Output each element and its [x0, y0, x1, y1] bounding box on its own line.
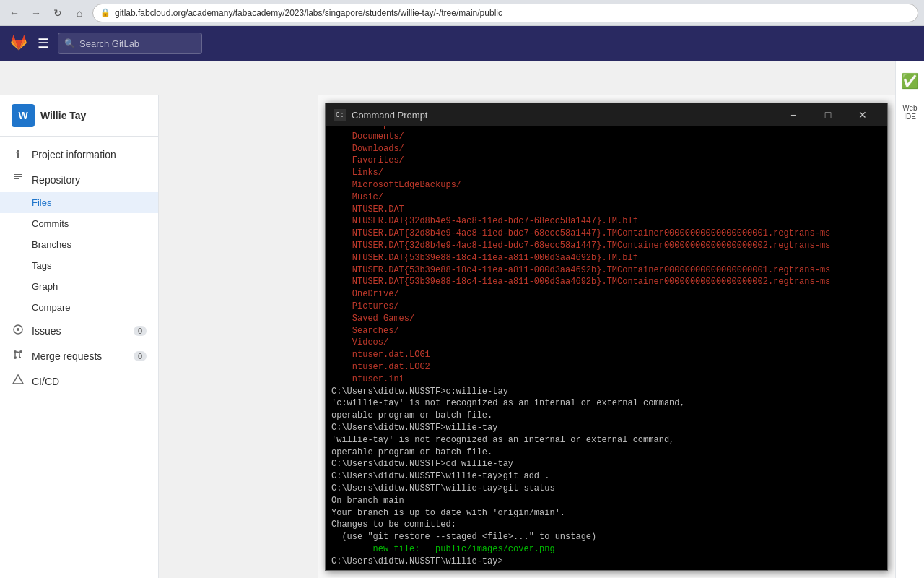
terminal-line: NTUSER.DAT{32d8b4e9-4ac8-11ed-bdc7-68ecc… [331, 215, 881, 228]
user-name: Willie Tay [40, 110, 86, 121]
terminal-line: NTUSER.DAT{53b39e88-18c4-11ea-a811-000d3… [331, 276, 881, 288]
project-info-icon: ℹ [12, 148, 25, 161]
svg-point-3 [14, 356, 17, 359]
sidebar-item-label: CI/CD [32, 376, 59, 387]
terminal-line: Links/ [331, 167, 881, 179]
cmd-terminal-body[interactable]: Desktop/ Documents/ Downloads/ Favorites… [326, 126, 887, 570]
sidebar-item-compare[interactable]: Compare [0, 297, 158, 318]
url-text: gitlab.fabcloud.org/academany/fabacademy… [115, 8, 502, 18]
svg-point-4 [19, 350, 22, 353]
terminal-line: NTUSER.DAT{32d8b4e9-4ac8-11ed-bdc7-68ecc… [331, 240, 881, 252]
cmd-minimize-button[interactable]: − [777, 103, 809, 126]
web-ide-label: Web IDE [897, 104, 923, 121]
hamburger-button[interactable]: ☰ [38, 35, 49, 51]
app-container: ☰ 🔍 Search GitLab W Willie Tay ℹ Project… [0, 26, 924, 578]
terminal-line: OneDrive/ [331, 288, 881, 301]
terminal-line: Documents/ [331, 131, 881, 143]
terminal-line: C:\Users\didtw.NUSSTF>cd willie-tay [331, 458, 881, 470]
terminal-line: On branch main [331, 495, 881, 507]
issues-count: 0 [134, 326, 147, 336]
sidebar-item-tags[interactable]: Tags [0, 255, 158, 276]
sidebar-item-label: Project information [32, 149, 116, 160]
sidebar-item-ci-cd[interactable]: CI/CD [0, 368, 158, 394]
sidebar-item-label: Commits [32, 218, 69, 229]
terminal-line: Your branch is up to date with 'origin/m… [331, 507, 881, 519]
terminal-line: Saved Games/ [331, 313, 881, 325]
top-nav: ☰ 🔍 Search GitLab [0, 26, 924, 61]
terminal-line: (use "git restore --staged <file>..." to… [331, 531, 881, 543]
terminal-line: Music/ [331, 191, 881, 204]
terminal-line: C:\Users\didtw.NUSSTF>c:willie-tay [331, 386, 881, 398]
cmd-app-icon: C: [334, 109, 346, 121]
address-bar[interactable]: 🔒 gitlab.fabcloud.org/academany/fabacade… [92, 4, 918, 22]
svg-point-2 [14, 350, 17, 353]
svg-point-1 [17, 328, 19, 331]
cmd-close-button[interactable]: ✕ [847, 103, 879, 126]
cmd-controls: − □ ✕ [777, 103, 879, 126]
lock-icon: 🔒 [100, 8, 110, 17]
terminal-line: 'c:willie-tay' is not recognized as an i… [331, 397, 881, 410]
terminal-line: operable program or batch file. [331, 447, 881, 459]
terminal-line: NTUSER.DAT [331, 204, 881, 216]
terminal-line: ntuser.dat.LOG1 [331, 349, 881, 361]
repository-icon [12, 173, 25, 186]
issues-icon [12, 324, 25, 337]
cmd-window: C: Command Prompt − □ ✕ Desktop/ Documen… [325, 103, 888, 571]
terminal-line: Downloads/ [331, 143, 881, 155]
cmd-titlebar: C: Command Prompt − □ ✕ [326, 103, 887, 126]
check-status-button[interactable]: ✅ [899, 69, 922, 92]
terminal-line: new file: public/images/cover.png [331, 543, 881, 556]
sidebar: W Willie Tay ℹ Project information Repos… [0, 95, 159, 578]
terminal-line: C:\Users\didtw.NUSSTF\willie-tay>git add… [331, 470, 881, 483]
terminal-line: NTUSER.DAT{53b39e88-18c4-11ea-a811-000d3… [331, 264, 881, 277]
search-placeholder: Search GitLab [79, 38, 139, 49]
terminal-line: Searches/ [331, 325, 881, 337]
sidebar-item-label: Tags [32, 260, 51, 271]
terminal-line: C:\Users\didtw.NUSSTF\willie-tay>git sta… [331, 483, 881, 495]
browser-bar: ← → ↻ ⌂ 🔒 gitlab.fabcloud.org/academany/… [0, 0, 924, 26]
terminal-line: Changes to be committed: [331, 519, 881, 531]
merge-requests-count: 0 [134, 351, 147, 361]
sidebar-item-label: Branches [32, 239, 71, 250]
sidebar-item-merge-requests[interactable]: Merge requests 0 [0, 343, 158, 368]
terminal-line: MicrosoftEdgeBackups/ [331, 179, 881, 191]
terminal-line: operable program or batch file. [331, 410, 881, 422]
ci-cd-icon [12, 374, 25, 388]
terminal-line: ntuser.ini [331, 374, 881, 386]
sidebar-item-branches[interactable]: Branches [0, 234, 158, 255]
back-button[interactable]: ← [6, 4, 23, 22]
sidebar-item-issues[interactable]: Issues 0 [0, 318, 158, 343]
terminal-line: NTUSER.DAT{32d8b4e9-4ac8-11ed-bdc7-68ecc… [331, 228, 881, 240]
sidebar-item-project-information[interactable]: ℹ Project information [0, 142, 158, 167]
sidebar-item-files[interactable]: Files [0, 192, 158, 213]
terminal-line: C:\Users\didtw.NUSSTF>willie-tay [331, 422, 881, 434]
nav-section: ℹ Project information Repository Files C… [0, 137, 158, 400]
search-box[interactable]: 🔍 Search GitLab [58, 33, 202, 54]
search-icon: 🔍 [64, 38, 75, 48]
terminal-line: ntuser.dat.LOG2 [331, 361, 881, 374]
gitlab-logo[interactable] [9, 33, 29, 53]
merge-requests-icon [12, 349, 25, 363]
sidebar-item-graph[interactable]: Graph [0, 276, 158, 297]
user-section: W Willie Tay [0, 95, 158, 137]
forward-button[interactable]: → [27, 4, 45, 22]
sidebar-item-label: Compare [32, 302, 70, 313]
cmd-title: Command Prompt [352, 110, 772, 121]
sidebar-item-repository[interactable]: Repository [0, 167, 158, 192]
terminal-line: 'willie-tay' is not recognized as an int… [331, 434, 881, 447]
home-button[interactable]: ⌂ [71, 4, 88, 22]
sidebar-item-label: Graph [32, 281, 58, 292]
right-actions-panel: ✅ Web IDE [895, 61, 924, 578]
avatar: W [12, 104, 35, 127]
sidebar-item-label: Repository [32, 174, 80, 186]
web-ide-button[interactable]: Web IDE [897, 101, 923, 124]
check-circle-icon: ✅ [901, 72, 919, 90]
terminal-line: NTUSER.DAT{53b39e88-18c4-11ea-a811-000d3… [331, 252, 881, 264]
main-content: C: Command Prompt − □ ✕ Desktop/ Documen… [318, 95, 924, 578]
cmd-maximize-button[interactable]: □ [812, 103, 844, 126]
terminal-line: C:\Users\didtw.NUSSTF\willie-tay> [331, 556, 881, 568]
reload-button[interactable]: ↻ [49, 4, 66, 22]
sidebar-item-commits[interactable]: Commits [0, 213, 158, 234]
terminal-line: Favorites/ [331, 155, 881, 167]
terminal-line: Videos/ [331, 337, 881, 349]
